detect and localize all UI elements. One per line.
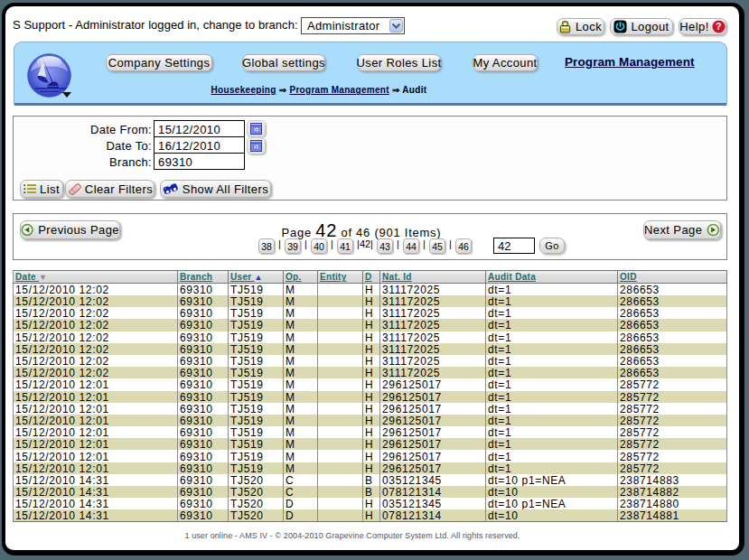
svg-text:?: ? — [716, 21, 722, 32]
